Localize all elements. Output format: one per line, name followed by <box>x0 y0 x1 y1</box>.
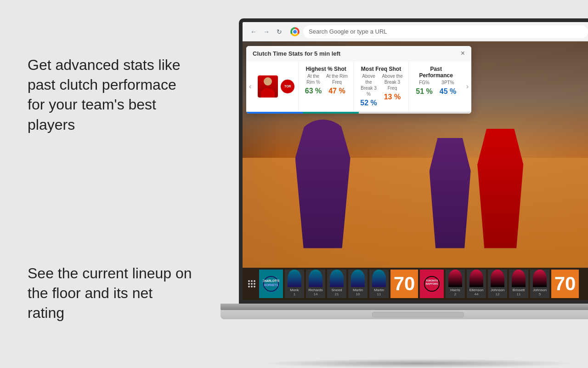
highest-shot-freq-label: At the Rim Freq <box>326 73 348 85</box>
footer-seg-1 <box>246 112 303 114</box>
most-freq-freq: Above the Break 3 Freq 13 % <box>382 73 403 107</box>
stat-column-past-perf: Past Performance FG% 51 % 3PT% 45 % <box>408 61 464 112</box>
footer-seg-2 <box>303 112 359 114</box>
svg-text:HORNETS: HORNETS <box>264 283 278 287</box>
highest-shot-rim-value: 63 % <box>304 87 322 95</box>
raptors-score: 70 <box>551 270 579 298</box>
player-brissett: Brissett 11 <box>509 270 528 298</box>
most-freq-pct-value: 52 % <box>359 99 378 107</box>
player-figure-1 <box>295 120 351 248</box>
player-body <box>261 88 275 98</box>
player-martin2-name: Martin <box>374 288 384 292</box>
popup-next-arrow[interactable]: › <box>464 61 471 112</box>
player-johnson2-number: 5 <box>539 292 541 296</box>
browser-toolbar: ← → ↻ Search Google or type a URL <box>243 22 588 41</box>
player-sneed-name: Sneed <box>331 288 342 292</box>
laptop-hinge <box>220 304 588 310</box>
player-martin2: Martin 11 <box>369 270 389 298</box>
highest-shot-freq: At the Rim Freq 47 % <box>326 73 348 95</box>
laptop-shadow <box>260 359 576 368</box>
player-ellenson: Ellenson 44 <box>467 270 486 298</box>
headline-1: Get advanced stats like past clutch perf… <box>28 55 193 135</box>
svg-text:CHARLOTTE: CHARLOTTE <box>263 279 279 282</box>
player-monk: Monk 1 <box>285 270 304 298</box>
footer-seg-3 <box>359 112 415 114</box>
highest-shot-rim: At the Rim % 63 % <box>304 73 322 95</box>
past-perf-fg: FG% 51 % <box>416 80 432 96</box>
svg-text:TORONTO: TORONTO <box>426 279 438 282</box>
raptors-logo-scorebar: TORONTO RAPTORS <box>420 270 444 298</box>
grid-icon <box>248 280 255 288</box>
highest-shot-freq-value: 47 % <box>326 87 348 95</box>
player-harris-name: Harris <box>450 288 460 292</box>
player-johnson1-name: Johnson <box>491 288 504 292</box>
stat-column-highest-shot: Highest % Shot At the Rim % 63 % At the … <box>298 61 353 112</box>
back-button[interactable]: ← <box>248 26 259 37</box>
laptop-bottom <box>220 310 588 319</box>
player-martin1-number: 10 <box>356 292 360 296</box>
address-bar-text: Search Google or type a URL <box>309 28 387 35</box>
player-figure-3 <box>430 138 471 248</box>
player-brissett-name: Brissett <box>513 288 525 292</box>
past-perf-3pt: 3PT% 45 % <box>440 80 456 96</box>
menu-icon[interactable] <box>246 278 257 289</box>
highest-shot-values: At the Rim % 63 % At the Rim Freq 47 % <box>304 73 348 95</box>
score-bar: CHARLOTTE HORNETS Monk 1 Richards 14 <box>243 268 588 300</box>
past-perf-title: Past Performance <box>414 66 458 79</box>
highest-shot-title: Highest % Shot <box>304 66 348 72</box>
popup-footer-bar <box>246 112 471 114</box>
past-perf-values: FG% 51 % 3PT% 45 % <box>414 80 458 96</box>
popup-close-button[interactable]: × <box>461 50 465 57</box>
address-bar[interactable]: Search Google or type a URL <box>303 25 588 38</box>
stats-popup: Clutch Time Stats for 5 min left × ‹ TOR <box>246 46 471 114</box>
player-richards-number: 14 <box>314 292 318 296</box>
player-sneed-number: 21 <box>335 292 339 296</box>
player-johnson2: Johnson 5 <box>530 270 549 298</box>
past-perf-3pt-value: 45 % <box>440 87 456 96</box>
most-freq-title: Most Freq Shot <box>359 66 403 72</box>
footer-seg-4 <box>415 112 472 114</box>
refresh-button[interactable]: ↻ <box>274 26 285 37</box>
past-perf-3pt-label: 3PT% <box>440 80 456 86</box>
raptors-logo: TOR <box>281 80 294 93</box>
stat-column-most-freq: Most Freq Shot Above the Break 3 % 52 % … <box>353 61 408 112</box>
browser-nav: ← → ↻ <box>248 26 285 37</box>
player-ellenson-name: Ellenson <box>469 288 484 292</box>
player-ellenson-number: 44 <box>475 292 479 296</box>
left-text-section: Get advanced stats like past clutch perf… <box>28 55 193 323</box>
player-richards: Richards 14 <box>306 270 325 298</box>
player-martin1-name: Martin <box>353 288 363 292</box>
player-johnson1: Johnson 12 <box>488 270 507 298</box>
most-freq-freq-label: Above the Break 3 Freq <box>382 73 403 91</box>
player-section: TOR <box>254 61 298 112</box>
most-freq-pct: Above the Break 3 % 52 % <box>359 73 378 107</box>
laptop-frame: ← → ↻ Search Google or type a URL Clutch <box>220 18 588 359</box>
player-richards-name: Richards <box>308 288 323 292</box>
player-monk-name: Monk <box>290 288 299 292</box>
player-martin1: Martin 10 <box>348 270 368 298</box>
browser-content: Clutch Time Stats for 5 min left × ‹ TOR <box>243 41 588 300</box>
most-freq-values: Above the Break 3 % 52 % Above the Break… <box>359 73 403 107</box>
past-perf-fg-label: FG% <box>416 80 432 86</box>
forward-button[interactable]: → <box>261 26 272 37</box>
most-freq-freq-value: 13 % <box>382 93 403 101</box>
player-harris-number: 2 <box>454 292 456 296</box>
player-sneed: Sneed 21 <box>327 270 346 298</box>
popup-body: ‹ TOR Highest % Shot <box>246 61 471 112</box>
raptors-logo-text: TOR <box>284 85 291 88</box>
trackpad[interactable] <box>372 312 464 317</box>
headline-2: See the current lineup on the floor and … <box>28 264 193 323</box>
player-monk-number: 1 <box>294 292 295 296</box>
player-johnson2-name: Johnson <box>533 288 547 292</box>
player-martin2-number: 11 <box>377 292 381 296</box>
most-freq-pct-label: Above the Break 3 % <box>359 73 378 97</box>
player-figure-2 <box>477 129 523 248</box>
player-harris: Harris 2 <box>446 270 465 298</box>
laptop-screen: ← → ↻ Search Google or type a URL Clutch <box>239 18 588 304</box>
hornets-score: 70 <box>390 270 418 298</box>
laptop-base <box>220 304 588 359</box>
player-avatar <box>258 75 278 98</box>
popup-prev-arrow[interactable]: ‹ <box>246 61 254 112</box>
player-brissett-number: 11 <box>517 292 521 296</box>
svg-text:RAPTORS: RAPTORS <box>426 282 438 285</box>
